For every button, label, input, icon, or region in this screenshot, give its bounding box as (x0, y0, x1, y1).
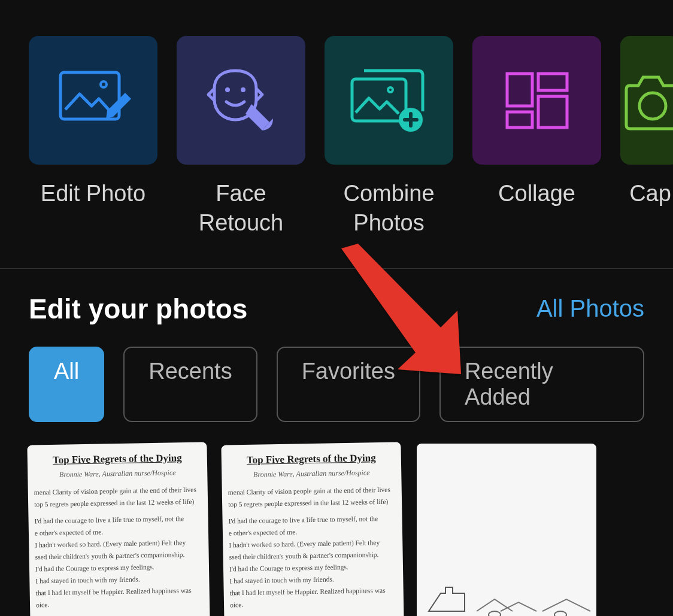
doc-title: Top Five Regrets of the Dying (228, 450, 395, 468)
collage-icon (501, 68, 573, 133)
svg-point-1 (101, 81, 107, 87)
tool-label: Combine Photos (325, 179, 453, 238)
svg-rect-8 (538, 74, 567, 90)
tool-label: Face Retouch (177, 179, 305, 238)
doc-subtitle: Bronnie Ware, Australian nurse/Hospice (228, 467, 395, 480)
tool-face-retouch[interactable]: Face Retouch (177, 36, 305, 238)
tool-caption[interactable]: Cap (620, 36, 673, 238)
filter-recently-added[interactable]: Recently Added (439, 347, 644, 422)
tool-label: Cap (629, 179, 671, 208)
tool-collage[interactable]: Collage (472, 36, 601, 238)
combine-photos-tile[interactable] (325, 36, 453, 165)
svg-point-3 (241, 87, 245, 92)
filter-favorites[interactable]: Favorites (277, 347, 420, 422)
edit-photos-section: Edit your photos All Photos All Recents … (0, 269, 673, 616)
face-retouch-icon (202, 65, 280, 136)
collage-tile[interactable] (472, 36, 601, 165)
face-retouch-tile[interactable] (177, 36, 305, 165)
tool-label: Edit Photo (41, 179, 145, 208)
svg-point-2 (225, 87, 230, 92)
caption-tile[interactable] (620, 36, 673, 165)
svg-point-11 (639, 93, 666, 119)
svg-rect-12 (417, 575, 596, 616)
all-photos-link[interactable]: All Photos (536, 295, 644, 322)
combine-photos-icon (347, 65, 431, 136)
doc-subtitle: Bronnie Ware, Australian nurse/Hospice (34, 467, 201, 480)
filter-recents[interactable]: Recents (123, 347, 257, 422)
section-title: Edit your photos (29, 293, 247, 325)
svg-rect-10 (538, 96, 567, 128)
svg-rect-9 (507, 112, 532, 128)
section-header: Edit your photos All Photos (29, 293, 644, 325)
tool-edit-photo[interactable]: Edit Photo (29, 36, 157, 238)
edit-photo-icon (54, 68, 132, 133)
camera-icon (620, 68, 673, 133)
tool-label: Collage (498, 179, 575, 208)
svg-rect-7 (507, 74, 532, 106)
filter-row: All Recents Favorites Recently Added (29, 347, 644, 422)
photo-thumbnail-2[interactable]: Top Five Regrets of the Dying Bronnie Wa… (221, 442, 404, 616)
thumbnails-row: Top Five Regrets of the Dying Bronnie Wa… (29, 444, 644, 616)
tools-row: Edit Photo Face Retouch (0, 0, 673, 262)
photo-thumbnail-1[interactable]: Top Five Regrets of the Dying Bronnie Wa… (27, 442, 210, 616)
sketch-image (417, 575, 596, 616)
tool-combine-photos[interactable]: Combine Photos (325, 36, 453, 238)
doc-title: Top Five Regrets of the Dying (34, 450, 201, 468)
svg-point-5 (388, 87, 393, 92)
filter-all[interactable]: All (29, 347, 104, 422)
edit-photo-tile[interactable] (29, 36, 157, 165)
photo-thumbnail-3[interactable] (417, 444, 596, 616)
